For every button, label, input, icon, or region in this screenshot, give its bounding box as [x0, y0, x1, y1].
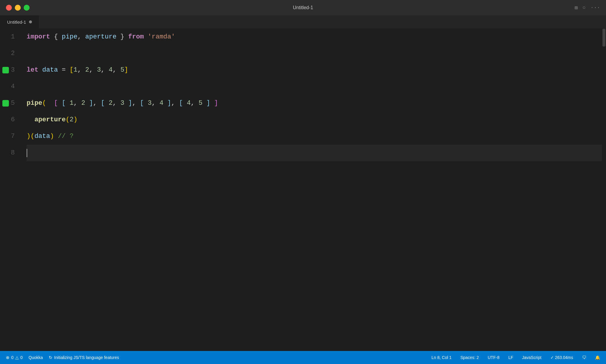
status-language-status[interactable]: ↻ Initializing JS/TS language features	[49, 355, 119, 360]
status-position[interactable]: Ln 8, Col 1	[431, 355, 452, 360]
refresh-icon: ↻	[49, 355, 52, 360]
split-editor-icon[interactable]: ⊞	[575, 4, 578, 11]
warning-count: 0	[20, 355, 23, 360]
notifications-icon[interactable]: 🔔	[595, 355, 600, 360]
line-number-5: 5	[11, 95, 15, 112]
warning-icon: △	[15, 355, 19, 360]
gutter-line-4: 4	[0, 78, 21, 95]
feedback-icon[interactable]: 🗨	[582, 355, 586, 360]
line-number-8: 8	[11, 145, 15, 161]
code-editor[interactable]: import { pipe , aperture } from 'ramda' …	[24, 29, 606, 351]
title-bar: Untitled-1 ⊞ ○ ···	[0, 0, 606, 15]
minimize-button[interactable]	[15, 5, 21, 11]
status-right: Ln 8, Col 1 Spaces: 2 UTF-8 LF JavaScrip…	[431, 355, 600, 360]
title-bar-actions: ⊞ ○ ···	[575, 4, 600, 11]
status-bar: ⊗ 0 △ 0 Quokka ↻ Initializing JS/TS lang…	[0, 351, 606, 364]
line-number-2: 2	[11, 45, 15, 62]
status-timing: ✓ 263.04ms	[550, 355, 573, 360]
code-line-8	[27, 145, 606, 161]
token-string-ramda: 'ramda'	[148, 29, 175, 45]
error-icon: ⊗	[6, 355, 9, 360]
token-import: import	[27, 29, 50, 45]
breakpoint-3[interactable]	[2, 67, 9, 73]
code-line-5: pipe ( [ [ 1 , 2 ] , [ 2 , 3 ]	[27, 95, 606, 112]
tab-label: Untitled-1	[7, 20, 26, 25]
more-actions-icon[interactable]: ···	[591, 5, 600, 11]
status-language[interactable]: JavaScript	[522, 355, 541, 360]
code-line-2	[27, 45, 606, 62]
line-number-7: 7	[11, 128, 15, 145]
circle-icon[interactable]: ○	[583, 5, 586, 11]
line-number-4: 4	[11, 78, 15, 95]
line-number-1: 1	[11, 29, 15, 45]
code-line-3: let data = [ 1 , 2 , 3 , 4 , 5 ]	[27, 62, 606, 78]
scrollbar[interactable]	[602, 29, 606, 351]
tab-untitled[interactable]: Untitled-1	[0, 15, 39, 29]
gutter-line-5: 5	[0, 95, 21, 112]
language-status-text: Initializing JS/TS language features	[54, 355, 119, 360]
tab-unsaved-indicator	[29, 20, 32, 23]
editor-area[interactable]: 1 2 3 4 5 6	[0, 29, 606, 351]
error-count: 0	[11, 355, 14, 360]
status-spaces[interactable]: Spaces: 2	[460, 355, 479, 360]
token-let: let	[27, 62, 38, 78]
status-line-ending[interactable]: LF	[508, 355, 513, 360]
code-line-6: aperture ( 2 )	[27, 112, 606, 128]
line-number-6: 6	[11, 112, 15, 128]
status-quokka[interactable]: Quokka	[29, 355, 43, 360]
code-line-4	[27, 78, 606, 95]
status-errors[interactable]: ⊗ 0 △ 0	[6, 355, 23, 360]
token-from: from	[128, 29, 144, 45]
cursor	[27, 149, 27, 157]
tab-bar: Untitled-1	[0, 15, 606, 29]
gutter-line-7: 7	[0, 128, 21, 145]
line-number-3: 3	[11, 62, 15, 78]
line-numbers: 1 2 3 4 5 6	[0, 29, 24, 351]
quokka-label: Quokka	[29, 355, 43, 360]
status-encoding[interactable]: UTF-8	[488, 355, 499, 360]
code-line-7: ) ( data ) // ?	[27, 128, 606, 145]
breakpoint-5[interactable]	[2, 100, 9, 107]
gutter-line-6: 6	[0, 112, 21, 128]
code-line-1: import { pipe , aperture } from 'ramda'	[27, 29, 606, 45]
traffic-lights	[6, 5, 30, 11]
scrollbar-thumb[interactable]	[602, 29, 605, 46]
window-title: Untitled-1	[293, 5, 313, 10]
gutter-line-1: 1	[0, 29, 21, 45]
gutter-line-2: 2	[0, 45, 21, 62]
maximize-button[interactable]	[24, 5, 30, 11]
gutter-line-8: 8	[0, 145, 21, 161]
close-button[interactable]	[6, 5, 12, 11]
gutter-line-3: 3	[0, 62, 21, 78]
